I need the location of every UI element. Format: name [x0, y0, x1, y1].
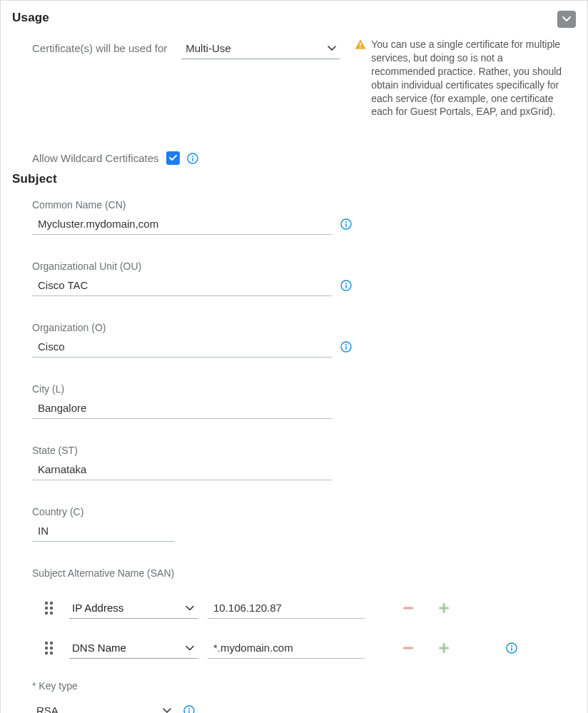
drag-handle-icon[interactable]	[45, 642, 55, 654]
san-type-select[interactable]: IP Address	[69, 597, 198, 619]
o-label: Organization (O)	[32, 322, 576, 333]
svg-point-6	[345, 221, 347, 223]
svg-point-24	[188, 708, 190, 709]
state-input[interactable]	[32, 459, 332, 480]
usage-heading: Usage	[12, 11, 576, 25]
cert-use-label: Certificate(s) will be used for	[32, 38, 167, 54]
keytype-select[interactable]	[32, 700, 175, 713]
warning-icon	[354, 38, 367, 53]
ou-info-icon[interactable]	[340, 280, 352, 291]
cn-input[interactable]	[32, 213, 332, 235]
san-value-input[interactable]	[208, 597, 365, 619]
plus-icon	[437, 602, 450, 615]
state-label: State (ST)	[32, 445, 576, 456]
subject-heading: Subject	[12, 172, 576, 186]
o-input[interactable]	[32, 336, 332, 358]
svg-point-9	[345, 283, 347, 284]
checkmark-icon	[168, 154, 178, 162]
city-label: City (L)	[32, 383, 576, 395]
svg-rect-10	[345, 285, 346, 288]
drag-handle-icon[interactable]	[45, 602, 55, 615]
cert-use-warning-text: You can use a single certificate for mul…	[371, 38, 568, 118]
svg-rect-7	[345, 223, 346, 227]
cn-label: Common Name (CN)	[32, 199, 576, 211]
svg-rect-19	[443, 643, 445, 653]
svg-rect-13	[345, 346, 346, 350]
remove-san-button[interactable]	[402, 602, 415, 615]
o-info-icon[interactable]	[340, 341, 352, 353]
svg-point-12	[345, 344, 347, 345]
cn-info-icon[interactable]	[340, 218, 352, 230]
wildcard-info-icon[interactable]	[187, 153, 198, 164]
svg-rect-1	[360, 47, 361, 49]
san-row: DNS Name	[32, 637, 576, 659]
svg-point-3	[192, 156, 193, 157]
cert-use-value[interactable]	[181, 38, 340, 59]
svg-rect-0	[360, 43, 361, 46]
chevron-down-icon	[185, 602, 195, 614]
san-label: Subject Alternative Name (SAN)	[32, 567, 576, 579]
svg-point-21	[511, 645, 512, 647]
country-input[interactable]	[32, 520, 175, 542]
san-value-input[interactable]	[208, 637, 365, 659]
add-san-button[interactable]	[437, 642, 450, 654]
plus-icon	[437, 642, 450, 654]
add-san-button[interactable]	[437, 602, 450, 615]
ou-input[interactable]	[32, 275, 332, 296]
svg-rect-4	[192, 158, 193, 161]
keytype-value[interactable]	[32, 700, 175, 713]
svg-rect-22	[511, 647, 512, 651]
collapse-section-button[interactable]	[557, 11, 576, 28]
san-type-select[interactable]: DNS Name	[69, 637, 198, 659]
city-input[interactable]	[32, 398, 332, 419]
chevron-down-icon	[185, 642, 195, 654]
chevron-down-icon	[562, 16, 572, 23]
san-row: IP Address	[32, 597, 576, 619]
san-type-value: DNS Name	[72, 642, 126, 654]
minus-icon	[402, 642, 415, 654]
ou-label: Organizational Unit (OU)	[32, 261, 576, 272]
wildcard-checkbox[interactable]	[166, 151, 180, 165]
minus-icon	[402, 602, 415, 615]
cert-use-select[interactable]	[181, 38, 340, 59]
svg-rect-25	[188, 710, 189, 713]
svg-rect-17	[403, 647, 413, 649]
san-info-icon[interactable]	[506, 642, 517, 654]
san-type-value: IP Address	[72, 602, 123, 614]
remove-san-button[interactable]	[402, 642, 415, 654]
wildcard-label: Allow Wildcard Certificates	[32, 152, 159, 164]
svg-rect-16	[443, 603, 445, 613]
country-label: Country (C)	[32, 506, 576, 517]
svg-rect-14	[403, 607, 413, 610]
keytype-label: * Key type	[32, 680, 576, 692]
keytype-info-icon[interactable]	[183, 705, 195, 713]
